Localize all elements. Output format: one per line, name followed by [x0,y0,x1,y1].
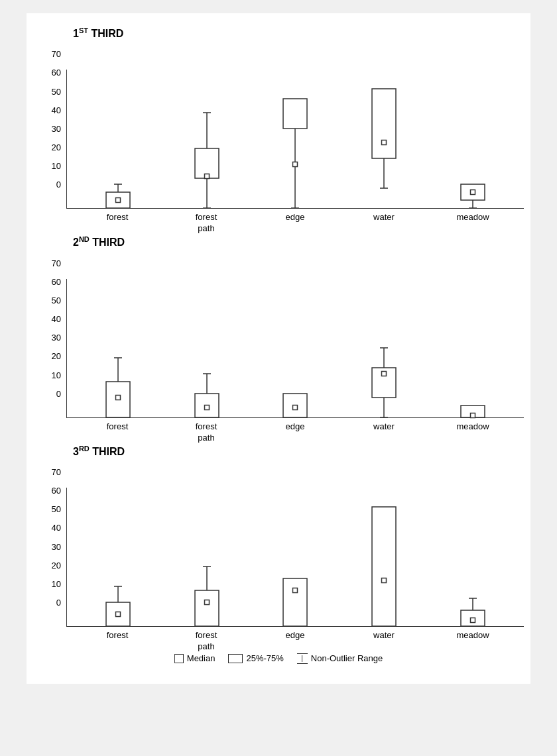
chart-inner-3: forestforestpathedgewatermeadow [66,488,524,633]
chart-title-1: 1ST THIRD [73,27,524,40]
box-group-2-2 [265,278,325,417]
legend-median-box [174,654,184,663]
x-label-3-4: meadow [443,630,503,653]
x-label-2-4: meadow [443,421,503,444]
x-labels-2: forestforestpathedgewatermeadow [66,421,524,444]
svg-rect-43 [115,612,120,616]
y-label-30: 30 [40,333,61,342]
svg-rect-51 [382,578,387,582]
chart-inner-2: forestforestpathedgewatermeadow [66,279,524,425]
legend: Median 25%-75% Non-Outlier Range [33,653,524,664]
svg-rect-39 [471,413,475,417]
charts-container: 1ST THIRD010203040506070forestforestpath… [33,27,524,633]
svg-rect-29 [204,405,209,409]
box-group-3-3 [354,487,414,626]
box-group-1-4 [443,69,503,208]
svg-rect-16 [372,89,396,158]
box-group-2-1 [177,278,237,417]
svg-rect-31 [293,405,298,409]
x-label-2-3: water [354,421,414,444]
chart-area-3: 010203040506070forestforestpathedgewater… [40,461,524,633]
box-group-2-0 [88,278,148,417]
y-label-40: 40 [40,315,61,323]
legend-range: Non-Outlier Range [297,653,383,664]
svg-rect-3 [115,198,120,203]
box-group-3-1 [177,487,237,626]
svg-rect-48 [283,578,307,626]
y-axis-2: 010203040506070 [40,259,66,398]
x-label-2-1: forestpath [176,421,236,444]
box-group-1-0 [88,69,148,208]
chart-plot-1 [66,70,524,209]
x-label-3-2: edge [265,630,325,653]
legend-iqr-box [228,654,243,663]
svg-rect-25 [115,395,120,400]
svg-rect-21 [471,190,475,195]
x-label-2-2: edge [265,421,325,444]
chart-title-2: 2ND THIRD [73,235,524,248]
y-label-60: 60 [40,68,61,77]
box-group-3-0 [88,487,148,626]
box-group-2-4 [443,278,503,417]
svg-rect-37 [382,371,387,376]
legend-median-label: Median [187,653,216,663]
y-label-0: 0 [40,598,61,607]
x-label-1-3: water [354,212,414,235]
x-label-1-4: meadow [443,212,503,235]
y-label-70: 70 [40,259,61,268]
box-group-1-3 [354,69,414,208]
y-label-70: 70 [40,468,61,476]
chart-section-2: 2ND THIRD010203040506070forestforestpath… [33,235,524,424]
y-label-60: 60 [40,486,61,495]
y-axis-3: 010203040506070 [40,468,66,607]
chart-plot-3 [66,488,524,627]
svg-rect-13 [293,162,298,167]
y-label-50: 50 [40,296,61,305]
chart-section-1: 1ST THIRD010203040506070forestforestpath… [33,27,524,215]
y-label-40: 40 [40,523,61,532]
y-label-0: 0 [40,180,61,189]
y-label-40: 40 [40,106,61,115]
y-label-60: 60 [40,278,61,286]
legend-range-label: Non-Outlier Range [311,653,383,663]
y-label-50: 50 [40,87,61,96]
x-label-2-0: forest [88,421,147,444]
svg-rect-50 [372,507,396,626]
svg-rect-17 [382,140,387,145]
y-label-10: 10 [40,162,61,170]
x-label-3-1: forestpath [176,630,236,653]
box-group-3-4 [443,487,503,626]
x-label-1-2: edge [265,212,325,235]
y-label-20: 20 [40,143,61,152]
x-labels-3: forestforestpathedgewatermeadow [66,630,524,653]
x-label-1-1: forestpath [176,212,236,235]
box-group-1-2 [265,69,325,208]
chart-plot-2 [66,279,524,418]
legend-iqr: 25%-75% [228,653,283,663]
x-label-3-0: forest [88,630,147,653]
y-axis-1: 010203040506070 [40,50,66,189]
box-group-3-2 [265,487,325,626]
page: 1ST THIRD010203040506070forestforestpath… [27,13,530,684]
x-label-3-3: water [354,630,414,653]
y-label-20: 20 [40,561,61,570]
x-labels-1: forestforestpathedgewatermeadow [66,212,524,235]
svg-rect-55 [471,618,475,622]
svg-rect-9 [204,174,209,179]
legend-iqr-label: 25%-75% [246,653,283,663]
y-label-70: 70 [40,50,61,58]
legend-median: Median [174,653,216,663]
chart-section-3: 3RD THIRD010203040506070forestforestpath… [33,445,524,633]
box-group-1-1 [177,69,237,208]
chart-area-2: 010203040506070forestforestpathedgewater… [40,252,524,425]
box-group-2-3 [354,278,414,417]
y-label-10: 10 [40,580,61,588]
svg-rect-49 [293,588,298,592]
legend-whisker-icon [297,653,308,664]
x-label-1-0: forest [88,212,147,235]
svg-rect-47 [204,600,209,604]
chart-inner-1: forestforestpathedgewatermeadow [66,70,524,215]
y-label-0: 0 [40,390,61,398]
y-label-30: 30 [40,543,61,551]
chart-area-1: 010203040506070forestforestpathedgewater… [40,43,524,215]
